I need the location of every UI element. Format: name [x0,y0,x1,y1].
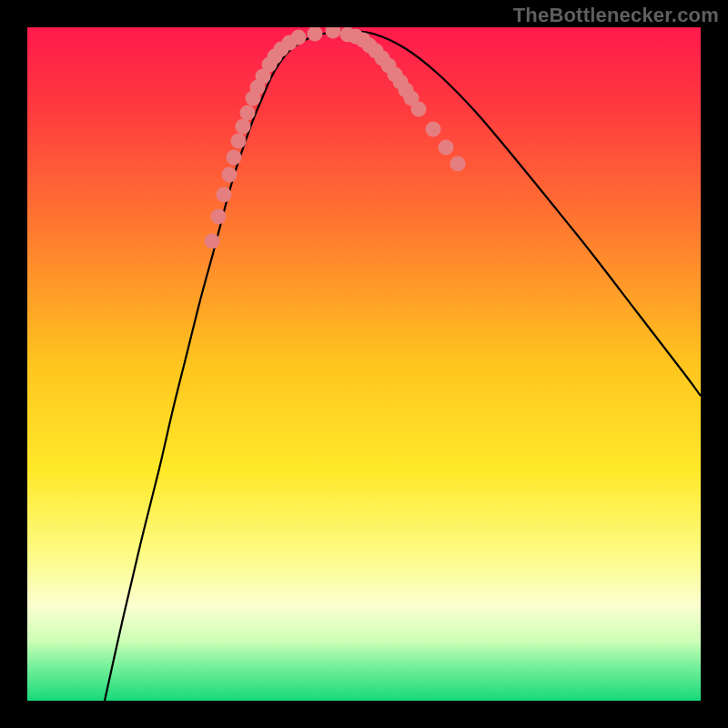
chart-frame: TheBottlenecker.com [0,0,728,728]
dot-marker [236,119,251,135]
dot-marker [222,167,238,183]
dot-marker [211,209,227,225]
dot-marker [205,234,220,249]
dot-marker [240,106,256,121]
dot-marker [217,187,232,203]
dot-marker [291,30,307,46]
bottleneck-chart [27,27,701,701]
dot-marker [231,134,247,149]
dot-marker [227,150,242,166]
watermark-label: TheBottlenecker.com [513,4,719,27]
dot-marker [426,122,441,137]
dot-marker [411,102,427,117]
dot-marker [450,157,466,172]
dot-marker [439,140,454,156]
plot-area [27,27,701,701]
